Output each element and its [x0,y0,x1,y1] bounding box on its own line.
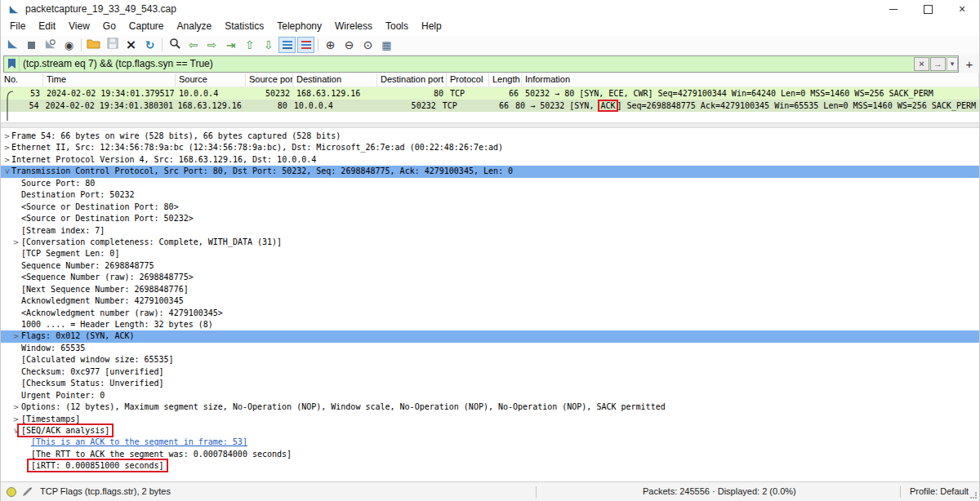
expand-icon[interactable]: > [12,401,20,413]
find-packet-button[interactable] [166,37,183,53]
detail-row[interactable]: Source Port: 80 [1,178,979,189]
minimize-button[interactable] [876,0,911,18]
menu-item-file[interactable]: File [3,18,32,35]
resize-grip[interactable] [970,492,977,499]
expand-icon[interactable]: > [3,154,11,166]
resize-columns-button[interactable]: ▦ [378,37,395,53]
detail-text: Sequence Number: 2698848775 [21,261,154,270]
column-header-no[interactable]: No. [1,73,43,86]
detail-row[interactable]: Sequence Number: 2698848775 [1,260,979,272]
menu-item-view[interactable]: View [62,18,96,35]
close-button[interactable]: × [945,0,979,18]
capture-options-button[interactable] [42,37,59,53]
zoom-reset-button[interactable]: ⊙ [359,37,376,53]
menu-item-analyze[interactable]: Analyze [171,18,219,35]
statusbar-separator [536,486,537,498]
column-header-time[interactable]: Time [43,73,176,86]
filter-clear-button[interactable]: × [914,57,929,71]
detail-row[interactable]: >[Conversation completeness: Complete, W… [1,237,979,248]
packet-row[interactable]: 542024-02-02 19:34:01.380301168.63.129.1… [1,100,979,112]
menu-item-go[interactable]: Go [96,18,122,35]
menu-item-statistics[interactable]: Statistics [218,18,270,35]
detail-row[interactable]: >Frame 54: 66 bytes on wire (528 bits), … [1,131,979,142]
detail-row[interactable]: Window: 65535 [1,343,979,354]
detail-link[interactable]: [This is an ACK to the segment in frame:… [31,437,247,446]
detail-row[interactable]: [Next Sequence Number: 2698848776] [1,284,979,295]
detail-row[interactable]: Acknowledgment Number: 4279100345 [1,295,979,307]
maximize-button[interactable] [911,0,945,18]
add-filter-button[interactable]: + [962,57,977,71]
pane-splitter[interactable] [1,122,979,128]
reload-file-button[interactable]: ↻ [141,37,158,53]
packet-list-header: No.TimeSourceSource portDestinationDesti… [1,73,979,87]
filter-bookmark-button[interactable] [4,56,20,72]
restart-capture-button[interactable]: ◉ [60,37,78,53]
go-to-packet-button[interactable]: ⇥ [222,37,239,53]
display-filter-input[interactable]: (tcp.stream eq 7) && (tcp.flags.syn == T… [3,55,959,73]
cell-len: 66 [489,87,522,100]
close-file-button[interactable]: × [122,37,140,53]
zoom-in-button[interactable]: ⊕ [322,37,339,53]
detail-row[interactable]: >Ethernet II, Src: 12:34:56:78:9a:bc (12… [1,142,979,153]
detail-row[interactable]: <Sequence Number (raw): 2698848775> [1,272,979,283]
packet-row[interactable]: 532024-02-02 19:34:01.37951710.0.0.45023… [1,87,979,100]
detail-row[interactable]: [iRTT: 0.000851000 seconds] [1,460,979,472]
detail-row[interactable]: >Options: (12 bytes), Maximum segment si… [1,401,979,413]
detail-row[interactable]: >[SEQ/ACK analysis] [1,425,979,437]
detail-row[interactable]: [Checksum Status: Unverified] [1,378,979,389]
menu-item-wireless[interactable]: Wireless [328,18,379,35]
profile-info[interactable]: Profile: Default [910,482,969,501]
column-header-len[interactable]: Length [489,73,522,86]
filter-apply-button[interactable]: → [930,57,946,71]
menu-item-capture[interactable]: Capture [122,18,171,35]
detail-row[interactable]: [Calculated window size: 65535] [1,354,979,366]
detail-row[interactable]: Checksum: 0xc977 [unverified] [1,366,979,378]
detail-row[interactable]: [TCP Segment Len: 0] [1,248,979,259]
start-capture-button[interactable] [4,37,21,53]
filter-text[interactable]: (tcp.stream eq 7) && (tcp.flags.syn == T… [20,58,914,69]
go-first-button[interactable]: ⇧ [241,37,258,53]
column-header-dport[interactable]: Destination port [377,73,447,86]
detail-row[interactable]: >Transmission Control Protocol, Src Port… [1,166,979,177]
colorize-button[interactable] [297,37,314,53]
detail-row[interactable]: >[Timestamps] [1,414,979,425]
expand-icon[interactable]: > [3,142,11,153]
detail-row[interactable]: <Source or Destination Port: 50232> [1,213,979,224]
detail-text: Destination Port: 50232 [21,190,134,199]
detail-row[interactable]: Destination Port: 50232 [1,189,979,201]
expand-icon[interactable]: > [12,237,20,248]
filter-dropdown-button[interactable]: ▾ [947,57,958,71]
auto-scroll-button[interactable] [278,37,296,53]
expand-icon[interactable]: > [3,131,11,142]
go-forward-button[interactable]: ⇨ [203,37,220,53]
menu-item-telephony[interactable]: Telephony [270,18,328,35]
column-header-source[interactable]: Source [176,73,246,86]
zoom-out-button[interactable]: ⊖ [341,37,358,53]
go-last-button[interactable]: ⇩ [260,37,277,53]
open-file-button[interactable] [85,37,102,53]
detail-row[interactable]: [This is an ACK to the segment in frame:… [1,437,979,448]
detail-row[interactable]: <Source or Destination Port: 80> [1,202,979,213]
menu-item-edit[interactable]: Edit [32,18,62,35]
detail-row[interactable]: Urgent Pointer: 0 [1,390,979,401]
capture-comment-icon[interactable] [22,486,32,499]
column-header-sport[interactable]: Source port [246,73,293,86]
detail-row[interactable]: <Acknowledgment number (raw): 4279100345… [1,308,979,319]
expand-icon[interactable]: > [12,330,20,342]
stop-capture-button[interactable] [23,37,40,53]
column-header-proto[interactable]: Protocol [447,73,489,86]
detail-row[interactable]: 1000 .... = Header Length: 32 bytes (8) [1,319,979,330]
menu-item-tools[interactable]: Tools [379,18,415,35]
menu-item-help[interactable]: Help [415,18,448,35]
save-file-button[interactable] [104,37,121,53]
detail-row[interactable]: [Stream index: 7] [1,225,979,237]
cell-dest: 168.63.129.16 [293,87,377,100]
column-header-dest[interactable]: Destination [293,73,377,86]
column-header-info[interactable]: Information [522,73,979,86]
detail-row[interactable]: >Flags: 0x012 (SYN, ACK) [1,330,979,342]
collapse-icon[interactable]: > [1,168,12,175]
cell-info: 50232 → 80 [SYN, ECE, CWR] Seq=427910034… [522,87,979,100]
detail-row[interactable]: >Internet Protocol Version 4, Src: 168.6… [1,154,979,166]
go-back-button[interactable]: ⇦ [185,37,202,53]
expert-info-icon[interactable] [7,487,16,497]
